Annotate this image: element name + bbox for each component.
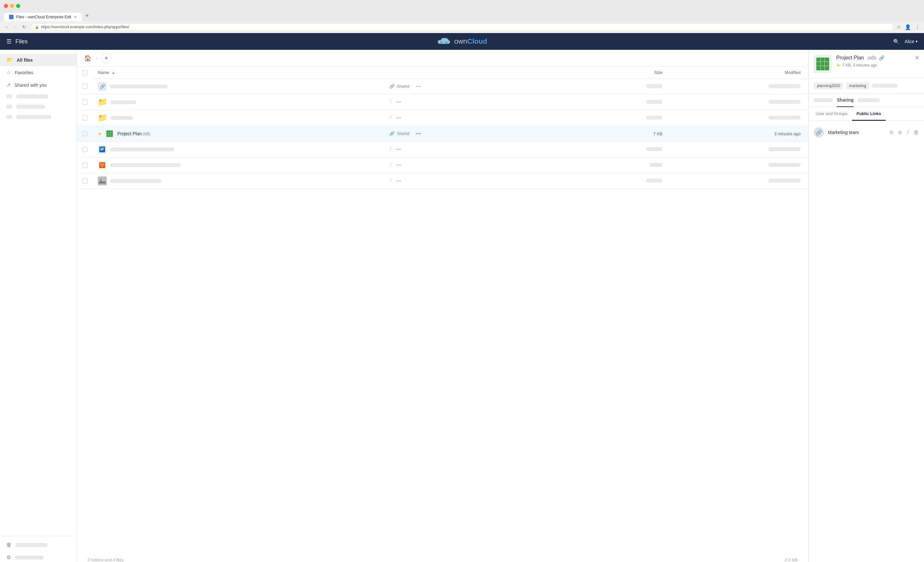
column-spacer — [384, 67, 585, 78]
row3-size-loading — [646, 116, 662, 120]
brand-own: own — [454, 37, 467, 45]
sidebar-item-favorites[interactable]: ☆ Favorites — [0, 66, 77, 79]
bookmark-icon[interactable]: ☆ — [896, 24, 901, 30]
row5-size-loading — [646, 147, 662, 151]
row5-checkbox[interactable] — [82, 147, 87, 152]
new-tab-button[interactable]: + — [82, 11, 91, 21]
row1-checkbox[interactable] — [82, 84, 87, 89]
right-panel: ✕ Project Plan.ods 🔗 ★ 7 KB — [808, 50, 924, 562]
row6-modified-loading — [768, 163, 801, 167]
public-links-content: 🔗 Marketing team ⧉ ⚙ ⤴ 🗑 — [808, 121, 924, 562]
row4-name[interactable]: Project Plan.ods — [117, 131, 150, 136]
row3-share-icon[interactable]: ⤴ — [389, 115, 392, 121]
delete-link-icon[interactable]: 🗑 — [914, 129, 919, 135]
main-toolbar: 🏠 › + — [77, 50, 808, 67]
sidebar-item-trash[interactable]: 🗑 — [0, 539, 77, 551]
sharing-tabs: User and Groups Public Links — [808, 107, 924, 121]
tab-public-links[interactable]: Public Links — [852, 107, 886, 121]
tab-title: Files - ownCloud Enterprise Edit — [16, 15, 71, 19]
panel-tags-loading — [872, 84, 898, 88]
sidebar-item-all-files[interactable]: 📁 All files — [0, 54, 77, 66]
link-item-marketing-team: 🔗 Marketing team ⧉ ⚙ ⤴ 🗑 — [814, 125, 919, 140]
home-button[interactable]: 🏠 — [82, 53, 93, 63]
breadcrumb-separator: › — [96, 55, 98, 61]
footer-total-size: 2.4 MB — [785, 558, 798, 562]
row1-more-icon[interactable]: ••• — [416, 84, 421, 89]
svg-rect-13 — [100, 163, 105, 166]
panel-file-meta: ★ 7 KB, 3 minutes ago — [836, 63, 919, 68]
lock-icon: 🔒 — [35, 25, 39, 29]
browser-tab[interactable]: Files - ownCloud Enterprise Edit ✕ — [4, 13, 82, 21]
copy-link-icon[interactable]: ⧉ — [890, 129, 893, 135]
row1-share-icon: 🔗 — [389, 84, 394, 89]
brand-cloud: Cloud — [467, 37, 487, 45]
url-bar[interactable]: 🔒 https://owncloud.example.com/index.php… — [30, 23, 894, 31]
table-row: 📁 ⤴ ••• — [77, 110, 808, 126]
row2-checkbox[interactable] — [82, 100, 87, 105]
traffic-yellow[interactable] — [10, 4, 14, 8]
select-all-checkbox[interactable] — [82, 70, 87, 75]
row3-more-icon[interactable]: ••• — [396, 115, 401, 121]
row7-share-icon[interactable]: ⤴ — [389, 178, 392, 184]
row4-share-link-icon: 🔗 — [389, 131, 394, 136]
more-icon[interactable]: ⋮ — [915, 24, 920, 30]
row7-more-icon[interactable]: ••• — [396, 178, 401, 184]
panel-file-icon — [814, 55, 832, 73]
tab-close-icon[interactable]: ✕ — [74, 15, 77, 19]
row4-star-icon[interactable]: ★ — [98, 131, 102, 136]
back-button[interactable]: ‹ — [4, 24, 9, 30]
sidebar-sk-label-3 — [16, 115, 51, 119]
row6-size-loading — [650, 163, 662, 167]
sidebar-label-all-files: All files — [17, 57, 33, 63]
all-files-icon: 📁 — [6, 57, 13, 63]
row5-share-icon[interactable]: ⤴ — [389, 147, 392, 152]
table-row: 📁 ⤴ ••• — [77, 94, 808, 110]
row7-checkbox[interactable] — [82, 178, 87, 183]
row2-share-icon[interactable]: ⤴ — [389, 99, 392, 105]
add-button[interactable]: + — [101, 53, 111, 63]
refresh-button[interactable]: ↻ — [20, 24, 28, 30]
table-row: 🔗 🔗 Shared ••• — [77, 78, 808, 94]
row5-more-icon[interactable]: ••• — [396, 147, 401, 152]
footer-file-count: 3 folders and 4 files — [87, 558, 124, 562]
row6-more-icon[interactable]: ••• — [396, 162, 401, 168]
app-header: ☰ Files ownCloud 🔍 Alice ▾ — [0, 33, 924, 50]
hamburger-menu-icon[interactable]: ☰ — [6, 38, 12, 45]
svg-point-2 — [445, 42, 448, 44]
traffic-red[interactable] — [4, 4, 8, 8]
gear-icon: ⚙ — [6, 554, 11, 561]
svg-rect-3 — [106, 130, 113, 137]
app-title: Files — [15, 38, 28, 45]
row6-checkbox[interactable] — [82, 163, 87, 168]
share-link-icon[interactable]: ⤴ — [907, 129, 909, 135]
column-modified[interactable]: Modified — [668, 67, 808, 78]
row5-file-icon — [98, 145, 107, 154]
tag-planning2020[interactable]: planning2020 — [814, 82, 843, 89]
row2-more-icon[interactable]: ••• — [396, 99, 401, 105]
header-search-icon[interactable]: 🔍 — [893, 39, 900, 45]
row4-checkbox[interactable] — [82, 131, 87, 136]
panel-file-name: Project Plan.ods 🔗 — [836, 55, 919, 61]
sidebar-sk-label-1 — [16, 94, 48, 98]
sidebar-item-shared-with-you[interactable]: ↗ Shared with you — [0, 79, 77, 91]
account-icon[interactable]: 👤 — [905, 24, 911, 30]
row6-share-icon[interactable]: ⤴ — [389, 162, 392, 168]
column-size[interactable]: Size — [585, 67, 668, 78]
tab-users-groups[interactable]: User and Groups — [811, 107, 852, 121]
row1-share-status: Shared — [397, 84, 410, 89]
user-menu[interactable]: Alice ▾ — [905, 39, 918, 44]
traffic-green[interactable] — [16, 4, 20, 8]
row3-checkbox[interactable] — [82, 115, 87, 120]
forward-button[interactable]: › — [12, 24, 17, 30]
sidebar-item-settings[interactable]: ⚙ — [0, 551, 77, 562]
link-settings-icon[interactable]: ⚙ — [898, 129, 902, 136]
panel-star-icon[interactable]: ★ — [836, 63, 840, 68]
row2-modified-loading — [768, 100, 801, 104]
panel-link-icon[interactable]: 🔗 — [879, 55, 885, 60]
row4-modified: 3 minutes ago — [774, 132, 801, 136]
row4-more-icon[interactable]: ••• — [416, 131, 421, 136]
panel-close-button[interactable]: ✕ — [915, 54, 920, 61]
table-row: ⤴ ••• — [77, 141, 808, 157]
tag-marketing[interactable]: marketing — [846, 82, 869, 89]
column-name[interactable]: Name ▲ — [93, 67, 384, 78]
